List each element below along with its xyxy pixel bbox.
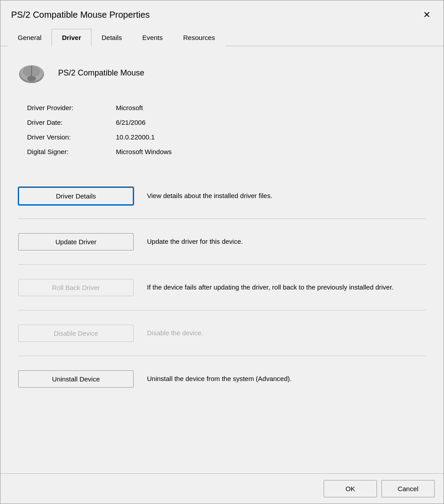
roll-back-driver-button[interactable]: Roll Back Driver	[18, 279, 134, 296]
uninstall-device-button[interactable]: Uninstall Device	[18, 370, 134, 388]
value-version: 10.0.22000.1	[116, 133, 155, 141]
disable-device-desc: Disable the device.	[147, 328, 426, 338]
tab-events[interactable]: Events	[132, 29, 173, 46]
divider-3	[18, 310, 426, 310]
tab-general[interactable]: General	[8, 29, 52, 46]
driver-details-button[interactable]: Driver Details	[18, 187, 134, 205]
update-driver-button[interactable]: Update Driver	[18, 233, 134, 250]
divider-4	[18, 356, 426, 356]
info-row-signer: Digital Signer: Microsoft Windows	[27, 148, 417, 155]
info-row-date: Driver Date: 6/21/2006	[27, 119, 417, 126]
label-date: Driver Date:	[27, 119, 116, 126]
footer: OK Cancel	[0, 473, 444, 504]
divider-1	[18, 218, 426, 219]
label-version: Driver Version:	[27, 133, 116, 141]
action-row-roll-back: Roll Back Driver If the device fails aft…	[18, 272, 426, 303]
dialog-title: PS/2 Compatible Mouse Properties	[11, 10, 150, 20]
driver-details-desc: View details about the installed driver …	[147, 191, 426, 201]
uninstall-device-desc: Uninstall the device from the system (Ad…	[147, 374, 426, 384]
label-signer: Digital Signer:	[27, 148, 116, 155]
mouse-icon	[16, 62, 47, 84]
disable-device-button[interactable]: Disable Device	[18, 325, 134, 342]
device-header: PS/2 Compatible Mouse	[14, 60, 430, 86]
tab-resources[interactable]: Resources	[173, 29, 225, 46]
action-row-driver-details: Driver Details View details about the in…	[18, 180, 426, 211]
title-bar: PS/2 Compatible Mouse Properties ✕	[0, 0, 444, 29]
dialog: PS/2 Compatible Mouse Properties ✕ Gener…	[0, 0, 444, 504]
value-date: 6/21/2006	[116, 119, 146, 126]
actions-section: Driver Details View details about the in…	[14, 180, 430, 394]
roll-back-driver-desc: If the device fails after updating the d…	[147, 282, 426, 293]
driver-info: Driver Provider: Microsoft Driver Date: …	[14, 99, 430, 171]
svg-point-4	[27, 76, 36, 81]
tab-bar: General Driver Details Events Resources	[0, 29, 444, 46]
device-name: PS/2 Compatible Mouse	[58, 68, 144, 78]
label-provider: Driver Provider:	[27, 104, 116, 111]
tab-details[interactable]: Details	[91, 29, 132, 46]
value-provider: Microsoft	[116, 104, 143, 111]
update-driver-desc: Update the driver for this device.	[147, 237, 426, 247]
action-row-update-driver: Update Driver Update the driver for this…	[18, 226, 426, 257]
content-area: PS/2 Compatible Mouse Driver Provider: M…	[0, 46, 444, 473]
divider-2	[18, 264, 426, 265]
info-row-version: Driver Version: 10.0.22000.1	[27, 133, 417, 141]
close-button[interactable]: ✕	[419, 7, 435, 23]
tab-driver[interactable]: Driver	[52, 29, 91, 46]
action-row-disable: Disable Device Disable the device.	[18, 317, 426, 349]
info-row-provider: Driver Provider: Microsoft	[27, 104, 417, 111]
value-signer: Microsoft Windows	[116, 148, 172, 155]
ok-button[interactable]: OK	[324, 480, 377, 497]
action-row-uninstall: Uninstall Device Uninstall the device fr…	[18, 363, 426, 394]
device-icon	[14, 60, 49, 86]
cancel-button[interactable]: Cancel	[381, 480, 435, 497]
